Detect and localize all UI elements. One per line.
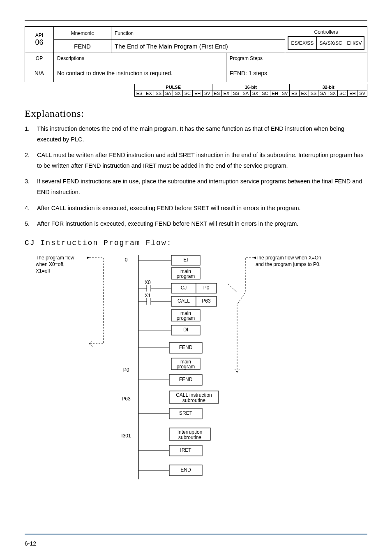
pulse-cell: SC — [182, 90, 192, 97]
cj-flow-label: CJ Instruction Program Flow: — [25, 239, 367, 247]
flow-cj: CJ — [181, 285, 187, 291]
flow-row-p63: P63 — [122, 396, 131, 402]
page-number: 6-12 — [25, 540, 36, 547]
svg-text:Interruption: Interruption — [178, 429, 203, 435]
svg-line-3 — [237, 369, 240, 372]
footer-divider — [25, 534, 367, 535]
flow-left-text-b: when X0=off, — [35, 261, 65, 267]
steps-value: FEND: 1 steps — [226, 64, 367, 82]
pulse-cell: EH — [348, 90, 357, 97]
pulse-cell: SS — [154, 90, 163, 97]
pulse-cell: SX — [250, 90, 260, 97]
pulse-cell: ES — [290, 90, 299, 97]
flow-sret: SRET — [179, 410, 193, 416]
svg-line-1 — [89, 344, 92, 347]
desc-value: No contact to drive the instruction is r… — [54, 64, 226, 82]
mnemonic-value: FEND — [54, 40, 111, 53]
flow-left-text-a: The program flow — [36, 255, 74, 261]
flow-fend-1: FEND — [179, 345, 193, 350]
pulse-cell: ES — [212, 90, 221, 97]
explanation-item-1: 1.This instruction denotes the end of th… — [37, 123, 367, 145]
flow-row-i301: I301 — [121, 433, 131, 439]
pulse-cell: EX — [221, 90, 231, 97]
pulse-cell: EX — [299, 90, 309, 97]
explanation-item-5: 5.After FOR instruction is executed, exe… — [37, 218, 367, 229]
flow-call-p63: P63 — [202, 298, 211, 304]
pulse-header-16bit: 16-bit — [212, 84, 290, 90]
svg-line-2 — [235, 369, 237, 372]
pulse-cell: EH — [192, 90, 202, 97]
flow-right-text-b: and the program jumps to P0. — [256, 261, 321, 267]
ctrl-cell-a: ES/EX/SS — [288, 37, 316, 50]
flow-di: DI — [183, 327, 188, 333]
explanation-item-3: 3.If several FEND instructions are in us… — [37, 176, 367, 197]
pulse-cell: ES — [134, 90, 144, 97]
controllers-label: Controllers — [288, 29, 364, 35]
svg-text:subroutine: subroutine — [178, 435, 201, 440]
flow-ei: EI — [183, 257, 188, 263]
ctrl-cell-c: EH/SV — [345, 37, 364, 50]
function-header: Function — [111, 27, 285, 40]
flow-call: CALL — [178, 298, 190, 304]
svg-text:CALL instruction: CALL instruction — [176, 392, 212, 398]
pulse-cell: SA — [241, 90, 250, 97]
flow-row-p0: P0 — [123, 367, 129, 373]
pulse-cell: SV — [357, 90, 367, 97]
explanation-item-2: 2.CALL must be written after FEND instru… — [37, 150, 367, 171]
svg-line-0 — [89, 341, 92, 344]
operands-table: OP Descriptions Program Steps N/A No con… — [25, 53, 367, 82]
pulse-cell: SA — [163, 90, 173, 97]
flow-right-text-a: The program flow when X=On — [256, 255, 321, 261]
api-label: API — [28, 32, 50, 38]
flow-cj-p0: P0 — [203, 285, 210, 291]
api-num: 06 — [28, 38, 50, 47]
pulse-header-32bit: 32-bit — [290, 84, 367, 90]
pulse-cell: EX — [144, 90, 154, 97]
svg-text:program: program — [177, 315, 195, 321]
op-header: OP — [25, 53, 54, 64]
explanation-item-4: 4.After CALL instruction is executed, ex… — [37, 203, 367, 213]
pulse-cell: SS — [309, 90, 318, 97]
flow-iret: IRET — [180, 447, 191, 453]
pulse-table: PULSE 16-bit 32-bit ESEXSSSASXSCEHSVESEX… — [134, 84, 367, 97]
pulse-cell: SV — [280, 90, 289, 97]
ctrl-cell-b: SA/SX/SC — [316, 37, 345, 50]
flow-x0: X0 — [145, 280, 151, 285]
desc-header: Descriptions — [54, 53, 226, 64]
pulse-cell: SC — [260, 90, 270, 97]
svg-text:subroutine: subroutine — [182, 398, 205, 403]
mnemonic-header: Mnemonic — [54, 27, 111, 40]
pulse-cell: SA — [318, 90, 328, 97]
program-flow-diagram: .box { fill:#fff; stroke:#000; stroke-wi… — [32, 251, 360, 481]
op-value: N/A — [25, 64, 54, 82]
pulse-cell: EH — [270, 90, 280, 97]
flow-end: END — [180, 467, 191, 473]
flow-x1: X1 — [145, 293, 151, 298]
pulse-cell: SX — [328, 90, 337, 97]
flow-left-text-c: X1=off — [36, 268, 50, 274]
flow-row-0: 0 — [125, 257, 128, 263]
steps-header: Program Steps — [226, 53, 367, 64]
pulse-cell: SX — [173, 90, 182, 97]
svg-text:program: program — [177, 364, 195, 370]
flow-fend-2: FEND — [179, 377, 193, 382]
pulse-cell: SV — [203, 90, 212, 97]
function-value: The End of The Main Program (First End) — [111, 40, 285, 53]
pulse-cell: SC — [337, 90, 347, 97]
instruction-header-table: API 06 Mnemonic Function Controllers ES/… — [25, 26, 367, 53]
pulse-cell: SS — [231, 90, 241, 97]
explanations-label: Explanations: — [25, 108, 367, 119]
explanations-list: 1.This instruction denotes the end of th… — [25, 123, 367, 229]
svg-text:program: program — [177, 273, 195, 279]
pulse-header-pulse: PULSE — [134, 84, 212, 90]
controllers-table: ES/EX/SS SA/SX/SC EH/SV — [288, 36, 364, 50]
